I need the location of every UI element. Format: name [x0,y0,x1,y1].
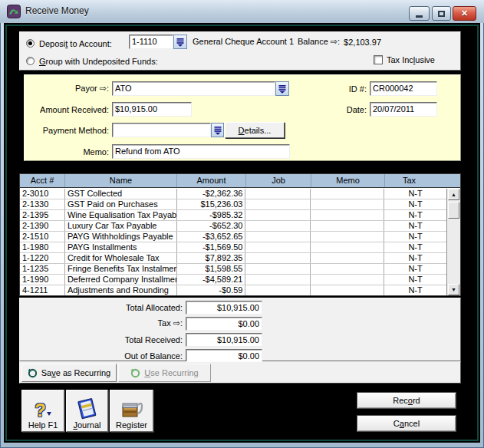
cell-amount[interactable]: $15,236.03 [177,199,246,209]
deposit-account-input[interactable]: 1-1110 [129,35,173,49]
cell-amount[interactable]: -$3,652.65 [177,232,246,242]
cell-memo[interactable] [311,232,384,242]
total-row: Total Allocated: $10,915.00 [20,300,460,315]
cell-job[interactable] [245,232,311,242]
payment-method-input[interactable] [112,123,211,137]
cell-acct[interactable]: 1-1220 [20,253,65,263]
cell-memo[interactable] [311,199,384,209]
cell-name[interactable]: PAYG Withholdings Payable [65,232,177,242]
cell-acct[interactable]: 2-1390 [20,221,65,231]
cell-acct[interactable]: 4-1211 [20,285,65,295]
record-button[interactable]: Record [357,392,456,409]
cell-name[interactable]: PAYG Installments [65,242,177,252]
scroll-up-button[interactable]: ▲ [448,189,459,200]
cell-acct[interactable]: 2-1330 [20,199,65,209]
cell-amount[interactable]: $1,598.55 [177,264,246,274]
group-undeposited-radio[interactable] [26,57,35,65]
cell-tax[interactable]: N-T [384,264,446,274]
cancel-button[interactable]: Cancel [357,415,456,432]
date-input[interactable]: 20/07/2011 [370,102,437,117]
table-row[interactable]: 2-3010 GST Collected -$2,362.36 N-T [20,189,446,199]
minimize-button[interactable] [409,6,430,21]
cell-memo[interactable] [311,285,384,295]
save-as-recurring-button[interactable]: Save as Recurring [21,364,117,382]
table-row[interactable]: 2-1390 Luxury Car Tax Payable -$652.30 N… [20,221,446,232]
cell-amount[interactable]: -$1,569.50 [177,242,246,252]
payor-input[interactable]: ATO [112,81,275,96]
cell-job[interactable] [245,275,311,285]
cell-amount[interactable]: -$0.59 [177,285,246,295]
table-row[interactable]: 1-1990 Deferred Company Installments -$4… [20,275,446,285]
cell-memo[interactable] [311,275,384,285]
table-row[interactable]: 2-1395 Wine Equalisation Tax Payable -$9… [20,210,446,221]
scroll-down-button[interactable]: ▼ [448,284,459,295]
id-input[interactable]: CR000042 [370,81,437,96]
cell-name[interactable]: Credit for Wholesale Tax [65,253,177,263]
cell-name[interactable]: GST Paid on Purchases [65,199,177,209]
cell-name[interactable]: Luxury Car Tax Payable [65,221,177,231]
table-row[interactable]: 1-1220 Credit for Wholesale Tax $7,892.3… [20,253,446,264]
cell-acct[interactable]: 2-1395 [20,210,65,220]
cell-memo[interactable] [311,221,384,231]
cell-job[interactable] [245,199,311,209]
maximize-button[interactable] [432,6,451,21]
cell-memo[interactable] [311,264,384,274]
cell-acct[interactable]: 2-1510 [20,232,65,242]
cell-tax[interactable]: N-T [384,275,446,285]
table-row[interactable]: 2-1330 GST Paid on Purchases $15,236.03 … [20,199,446,210]
cell-name[interactable]: Deferred Company Installments [65,275,177,285]
journal-button[interactable]: Journal [66,390,108,432]
cell-job[interactable] [245,253,311,263]
deposit-account-dropdown-button[interactable] [173,35,187,49]
table-scrollbar[interactable]: ▲ ▼ [446,189,460,295]
cell-tax[interactable]: N-T [384,199,446,209]
use-recurring-button[interactable]: Use Recurring [118,364,211,382]
cell-memo[interactable] [311,210,384,220]
cell-job[interactable] [245,210,311,220]
cell-memo[interactable] [311,242,384,252]
payor-dropdown-button[interactable] [275,81,289,96]
cell-acct[interactable]: 2-3010 [20,189,65,199]
details-button[interactable]: Details... [225,122,285,138]
cell-job[interactable] [245,264,311,274]
cell-job[interactable] [245,242,311,252]
register-button[interactable]: Register [110,390,153,432]
cell-tax[interactable]: N-T [384,253,446,263]
amount-received-input[interactable]: $10,915.00 [112,102,192,117]
table-row[interactable]: 2-1510 PAYG Withholdings Payable -$3,652… [20,232,446,242]
cell-memo[interactable] [311,189,384,199]
cell-job[interactable] [245,285,311,295]
deposit-to-account-radio[interactable] [26,39,35,48]
cell-tax[interactable]: N-T [384,242,446,252]
title-bar[interactable]: Receive Money ✕ [0,0,484,23]
cell-amount[interactable]: $7,892.35 [177,253,246,263]
tax-inclusive-checkbox[interactable] [374,55,383,64]
cell-tax[interactable]: N-T [384,189,446,199]
cell-tax[interactable]: N-T [384,210,446,220]
cell-tax[interactable]: N-T [384,285,446,295]
cell-job[interactable] [245,221,311,231]
cell-job[interactable] [245,189,311,199]
cell-amount[interactable]: -$652.30 [177,221,246,231]
cell-name[interactable]: Wine Equalisation Tax Payable [65,210,177,220]
cell-memo[interactable] [311,253,384,263]
cell-name[interactable]: Fringe Benefits Tax Instalment [65,264,177,274]
cell-tax[interactable]: N-T [384,232,446,242]
cell-acct[interactable]: 1-1990 [20,275,65,285]
scroll-thumb[interactable] [448,202,459,219]
cell-amount[interactable]: -$985.32 [177,210,246,220]
memo-input[interactable]: Refund from ATO [112,144,290,159]
table-row[interactable]: 4-1211 Adjustments and Rounding -$0.59 N… [20,285,446,295]
cell-acct[interactable]: 1-1980 [20,242,65,252]
table-row[interactable]: 1-1235 Fringe Benefits Tax Instalment $1… [20,264,446,275]
table-row[interactable]: 1-1980 PAYG Installments -$1,569.50 N-T [20,242,446,253]
cell-name[interactable]: Adjustments and Rounding [65,285,177,295]
cell-amount[interactable]: -$2,362.36 [177,189,246,199]
close-button[interactable]: ✕ [453,6,476,21]
cell-tax[interactable]: N-T [384,221,446,231]
cell-name[interactable]: GST Collected [65,189,177,199]
cell-acct[interactable]: 1-1235 [20,264,65,274]
help-button[interactable]: ? Help F1 [21,390,64,432]
cell-amount[interactable]: -$4,589.21 [177,275,246,285]
payment-method-dropdown-button[interactable] [211,123,224,137]
